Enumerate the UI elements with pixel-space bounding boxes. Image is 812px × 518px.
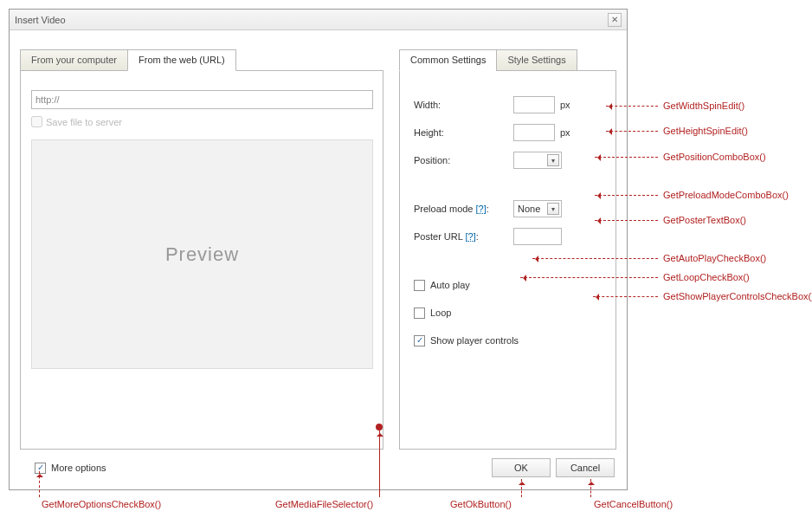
- annotation-arrow: [590, 479, 591, 497]
- annotation-preload: GetPreloadModeComboBox(): [663, 190, 789, 200]
- annotation-autoplay: GetAutoPlayCheckBox(): [663, 253, 766, 263]
- annotation-arrow: [595, 195, 658, 196]
- annotation-media: GetMediaFileSelector(): [275, 499, 373, 509]
- cancel-button[interactable]: Cancel: [556, 458, 615, 477]
- autoplay-checkbox[interactable]: [414, 280, 425, 291]
- settings-panel: Width: px Height: px Position: ▾: [399, 70, 616, 450]
- show-controls-label: Show player controls: [430, 335, 519, 346]
- loop-checkbox[interactable]: [414, 308, 425, 319]
- url-input[interactable]: [31, 90, 373, 109]
- close-icon[interactable]: ✕: [608, 13, 622, 27]
- show-controls-checkbox[interactable]: [414, 335, 425, 346]
- annotation-poster: GetPosterTextBox(): [663, 215, 746, 225]
- annotation-height: GetHeightSpinEdit(): [663, 126, 748, 136]
- help-icon[interactable]: [?]: [466, 231, 476, 242]
- annotation-showctrl: GetShowPlayerControlsCheckBox(): [663, 291, 812, 301]
- annotation-moreopts: GetMoreOptionsCheckBox(): [42, 499, 161, 509]
- dialog-title: Insert Video: [15, 15, 608, 25]
- save-file-label: Save file to server: [46, 117, 122, 127]
- annotation-cancel: GetCancelButton(): [594, 499, 673, 509]
- tab-from-web[interactable]: From the web (URL): [127, 49, 236, 71]
- autoplay-label: Auto play: [430, 280, 470, 290]
- chevron-down-icon: ▾: [547, 154, 559, 166]
- chevron-down-icon: ▾: [547, 203, 559, 215]
- poster-label: Poster URL [?]:: [414, 231, 513, 242]
- help-icon[interactable]: [?]: [476, 204, 487, 214]
- tab-style-settings[interactable]: Style Settings: [496, 49, 577, 71]
- tab-from-computer[interactable]: From your computer: [20, 49, 128, 71]
- annotation-arrow: [39, 471, 40, 497]
- preload-combobox[interactable]: None▾: [513, 200, 562, 217]
- position-label: Position:: [414, 155, 513, 165]
- left-panel: Save file to server Preview: [20, 70, 383, 450]
- annotation-arrow: [606, 131, 658, 132]
- tab-common-settings[interactable]: Common Settings: [399, 49, 497, 71]
- annotation-arrow: [595, 220, 658, 221]
- annotation-loop: GetLoopCheckBox(): [663, 272, 750, 282]
- annotation-ok: GetOkButton(): [450, 499, 512, 509]
- annotation-line: [379, 431, 380, 497]
- width-spinedit[interactable]: [513, 96, 555, 113]
- annotation-arrow: [593, 296, 658, 297]
- loop-label: Loop: [430, 308, 451, 318]
- height-label: Height:: [414, 127, 513, 138]
- annotation-arrow: [606, 106, 658, 107]
- more-options-label: More options: [51, 463, 106, 473]
- annotation-arrow: [521, 479, 522, 497]
- preview-label: Preview: [165, 243, 239, 266]
- height-unit: px: [560, 127, 570, 138]
- titlebar: Insert Video ✕: [10, 10, 627, 30]
- more-options-row: More options: [35, 463, 106, 474]
- height-spinedit[interactable]: [513, 124, 555, 141]
- position-combobox[interactable]: ▾: [513, 152, 562, 169]
- annotation-arrow: [520, 277, 658, 278]
- ok-button[interactable]: OK: [492, 458, 551, 477]
- width-unit: px: [560, 100, 570, 110]
- annotation-arrow: [532, 258, 658, 259]
- annotation-arrow: [595, 157, 658, 158]
- preview-area: Preview: [31, 139, 373, 369]
- annotation-position: GetPositionComboBox(): [663, 152, 766, 162]
- annotation-width: GetWidthSpinEdit(): [663, 100, 744, 111]
- media-file-selector: From your computer From the web (URL) Sa…: [20, 49, 383, 450]
- poster-textbox[interactable]: [513, 228, 562, 245]
- insert-video-dialog: Insert Video ✕ From your computer From t…: [9, 9, 628, 490]
- save-file-row: Save file to server: [31, 116, 372, 127]
- width-label: Width:: [414, 100, 513, 110]
- preload-label: Preload mode [?]:: [414, 204, 513, 214]
- save-file-checkbox: [31, 116, 42, 127]
